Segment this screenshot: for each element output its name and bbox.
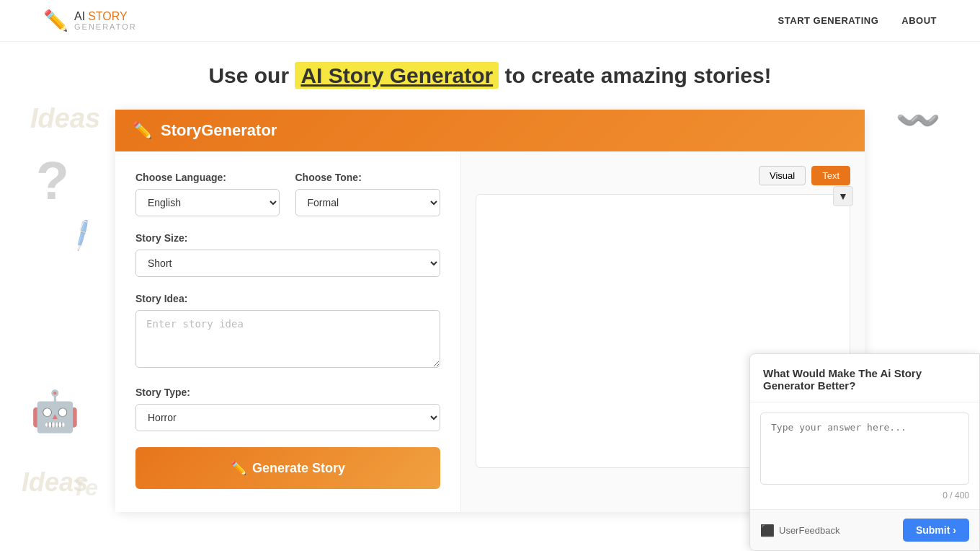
userfeedback-label: UserFeedback xyxy=(779,525,840,536)
generate-button[interactable]: ✏️ Generate Story xyxy=(135,447,440,489)
tone-select[interactable]: Formal Informal Humorous Dramatic Inspir… xyxy=(295,189,441,216)
hero-section: Ideas ? 🖊️ 🤖 Ideas Te 〰️ Use our AI Stor… xyxy=(0,42,980,102)
language-tone-row: Choose Language: English Spanish French … xyxy=(135,172,440,216)
deco-te-text: Te xyxy=(72,475,98,501)
logo: ✏️ AI STORY GENERATOR xyxy=(43,9,137,32)
hero-highlight: AI Story Generator xyxy=(295,62,499,89)
feedback-footer: ⬛ UserFeedback Submit › xyxy=(750,509,979,550)
language-group: Choose Language: English Spanish French … xyxy=(135,172,281,216)
header: ✏️ AI STORY GENERATOR START GENERATING A… xyxy=(0,0,980,42)
feedback-panel: What Would Make The Ai Story Generator B… xyxy=(749,353,980,551)
deco-pencil-icon: 🖊️ xyxy=(68,222,95,247)
deco-ideas-top: Ideas xyxy=(30,103,100,134)
view-controls: Visual Text xyxy=(476,166,850,185)
type-select[interactable]: Horror Romance Adventure Fantasy Sci-Fi … xyxy=(135,404,440,431)
card-header-pencil-icon: ✏️ xyxy=(133,121,152,140)
main-nav: START GENERATING ABOUT xyxy=(778,15,937,26)
generate-icon: ✏️ xyxy=(231,460,246,476)
size-select[interactable]: Short Medium Long xyxy=(135,250,440,277)
feedback-brand: ⬛ UserFeedback xyxy=(760,524,840,537)
deco-question-icon: ? xyxy=(36,154,69,208)
logo-text: AI STORY GENERATOR xyxy=(74,10,137,32)
deco-robot-icon: 🤖 xyxy=(30,388,80,435)
view-text-button[interactable]: Text xyxy=(811,166,850,185)
nav-about[interactable]: ABOUT xyxy=(901,15,937,26)
type-label: Story Type: xyxy=(135,387,440,398)
hero-text-before: Use our xyxy=(208,63,295,87)
feedback-counter: 0 / 400 xyxy=(750,488,979,509)
feedback-question: What Would Make The Ai Story Generator B… xyxy=(750,354,979,402)
feedback-input[interactable] xyxy=(760,413,969,485)
form-panel: Choose Language: English Spanish French … xyxy=(115,151,461,512)
idea-group: Story Idea: xyxy=(135,293,440,371)
language-select[interactable]: English Spanish French German Italian xyxy=(135,189,280,216)
deco-right-swirl: 〰️ xyxy=(896,100,940,141)
card-title: StoryGenerator xyxy=(161,121,277,140)
dropdown-arrow[interactable]: ▼ xyxy=(833,186,853,206)
logo-story: STORY xyxy=(88,10,128,23)
type-group: Story Type: Horror Romance Adventure Fan… xyxy=(135,387,440,431)
submit-arrow-icon: › xyxy=(953,524,956,536)
submit-button[interactable]: Submit › xyxy=(903,519,969,542)
nav-start-generating[interactable]: START GENERATING xyxy=(778,15,879,26)
view-visual-button[interactable]: Visual xyxy=(759,166,806,185)
submit-label: Submit xyxy=(916,524,950,536)
hero-text-after: to create amazing stories! xyxy=(499,63,771,87)
tone-label: Choose Tone: xyxy=(295,172,441,183)
language-label: Choose Language: xyxy=(135,172,281,183)
idea-label: Story Idea: xyxy=(135,293,440,304)
tone-group: Choose Tone: Formal Informal Humorous Dr… xyxy=(295,172,441,216)
size-group: Story Size: Short Medium Long xyxy=(135,232,440,277)
hero-title: Use our AI Story Generator to create ama… xyxy=(0,63,980,88)
size-label: Story Size: xyxy=(135,232,440,244)
card-header: ✏️ StoryGenerator xyxy=(115,110,865,151)
logo-generator: GENERATOR xyxy=(74,22,137,31)
generate-label: Generate Story xyxy=(252,461,345,476)
logo-ai: AI xyxy=(74,10,85,23)
userfeedback-icon: ⬛ xyxy=(760,524,775,537)
logo-pencil-icon: ✏️ xyxy=(43,9,68,32)
story-idea-input[interactable] xyxy=(135,310,440,368)
